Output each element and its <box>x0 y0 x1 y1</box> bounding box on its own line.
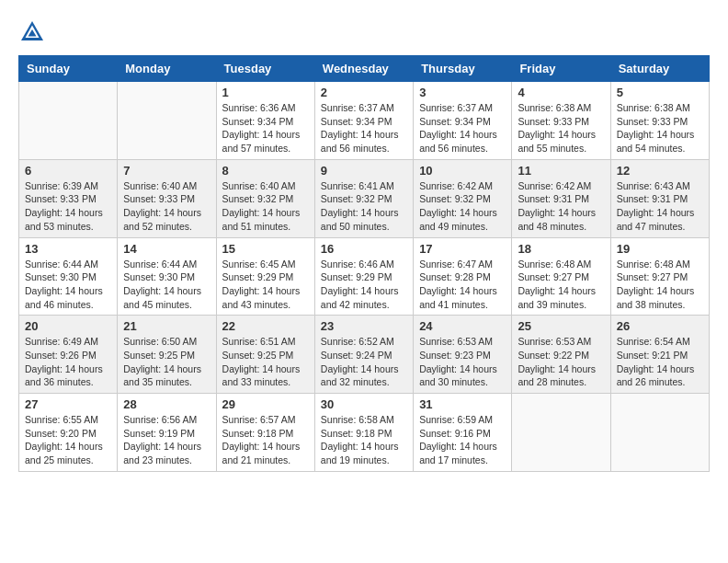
day-number: 27 <box>25 397 111 411</box>
calendar-header-row: SundayMondayTuesdayWednesdayThursdayFrid… <box>19 56 710 82</box>
day-info: Sunrise: 6:51 AM Sunset: 9:25 PM Dayligh… <box>222 335 309 389</box>
calendar-cell: 1Sunrise: 6:36 AM Sunset: 9:34 PM Daylig… <box>216 82 314 160</box>
calendar-week-4: 20Sunrise: 6:49 AM Sunset: 9:26 PM Dayli… <box>19 316 710 394</box>
day-number: 28 <box>123 397 210 411</box>
calendar-cell <box>118 82 216 160</box>
day-info: Sunrise: 6:39 AM Sunset: 9:33 PM Dayligh… <box>25 179 111 234</box>
day-number: 30 <box>321 397 407 411</box>
day-info: Sunrise: 6:48 AM Sunset: 9:27 PM Dayligh… <box>518 258 604 312</box>
calendar-cell: 30Sunrise: 6:58 AM Sunset: 9:18 PM Dayli… <box>314 394 413 472</box>
calendar-cell <box>610 394 709 472</box>
calendar-cell: 19Sunrise: 6:48 AM Sunset: 9:27 PM Dayli… <box>610 237 709 316</box>
day-info: Sunrise: 6:44 AM Sunset: 9:30 PM Dayligh… <box>25 258 111 312</box>
day-number: 19 <box>617 242 703 256</box>
day-info: Sunrise: 6:52 AM Sunset: 9:24 PM Dayligh… <box>321 335 407 389</box>
day-info: Sunrise: 6:42 AM Sunset: 9:32 PM Dayligh… <box>419 179 506 234</box>
day-info: Sunrise: 6:50 AM Sunset: 9:25 PM Dayligh… <box>123 335 210 389</box>
calendar-cell: 8Sunrise: 6:40 AM Sunset: 9:32 PM Daylig… <box>216 159 314 237</box>
day-number: 17 <box>419 242 506 256</box>
day-info: Sunrise: 6:47 AM Sunset: 9:28 PM Dayligh… <box>419 258 506 312</box>
day-info: Sunrise: 6:58 AM Sunset: 9:18 PM Dayligh… <box>321 413 407 467</box>
day-info: Sunrise: 6:43 AM Sunset: 9:31 PM Dayligh… <box>617 179 703 234</box>
header <box>18 18 710 46</box>
day-number: 21 <box>123 319 210 333</box>
day-info: Sunrise: 6:36 AM Sunset: 9:34 PM Dayligh… <box>222 101 309 155</box>
day-number: 16 <box>321 242 407 256</box>
calendar-cell: 15Sunrise: 6:45 AM Sunset: 9:29 PM Dayli… <box>216 237 314 316</box>
day-info: Sunrise: 6:53 AM Sunset: 9:22 PM Dayligh… <box>518 335 604 389</box>
calendar-cell: 21Sunrise: 6:50 AM Sunset: 9:25 PM Dayli… <box>118 316 216 394</box>
calendar-cell: 29Sunrise: 6:57 AM Sunset: 9:18 PM Dayli… <box>216 394 314 472</box>
calendar-week-1: 1Sunrise: 6:36 AM Sunset: 9:34 PM Daylig… <box>19 82 710 160</box>
day-number: 9 <box>321 164 407 178</box>
calendar-cell: 10Sunrise: 6:42 AM Sunset: 9:32 PM Dayli… <box>414 159 512 237</box>
calendar-cell: 27Sunrise: 6:55 AM Sunset: 9:20 PM Dayli… <box>19 394 118 472</box>
calendar-cell: 5Sunrise: 6:38 AM Sunset: 9:33 PM Daylig… <box>610 82 709 160</box>
calendar-cell: 18Sunrise: 6:48 AM Sunset: 9:27 PM Dayli… <box>512 237 610 316</box>
calendar-cell: 3Sunrise: 6:37 AM Sunset: 9:34 PM Daylig… <box>414 82 512 160</box>
day-info: Sunrise: 6:44 AM Sunset: 9:30 PM Dayligh… <box>123 258 210 312</box>
day-number: 5 <box>617 86 703 99</box>
day-number: 18 <box>518 242 604 256</box>
calendar-cell <box>512 394 610 472</box>
day-number: 29 <box>222 397 309 411</box>
day-info: Sunrise: 6:49 AM Sunset: 9:26 PM Dayligh… <box>25 335 111 389</box>
calendar-cell: 20Sunrise: 6:49 AM Sunset: 9:26 PM Dayli… <box>19 316 118 394</box>
calendar-cell: 4Sunrise: 6:38 AM Sunset: 9:33 PM Daylig… <box>512 82 610 160</box>
day-info: Sunrise: 6:48 AM Sunset: 9:27 PM Dayligh… <box>617 258 703 312</box>
day-info: Sunrise: 6:37 AM Sunset: 9:34 PM Dayligh… <box>419 101 506 155</box>
day-number: 13 <box>25 242 111 256</box>
day-number: 12 <box>617 164 703 178</box>
logo <box>18 18 50 46</box>
calendar-cell: 25Sunrise: 6:53 AM Sunset: 9:22 PM Dayli… <box>512 316 610 394</box>
day-number: 11 <box>518 164 604 178</box>
calendar-cell: 11Sunrise: 6:42 AM Sunset: 9:31 PM Dayli… <box>512 159 610 237</box>
day-info: Sunrise: 6:54 AM Sunset: 9:21 PM Dayligh… <box>617 335 703 389</box>
column-header-thursday: Thursday <box>414 56 512 82</box>
calendar-cell: 31Sunrise: 6:59 AM Sunset: 9:16 PM Dayli… <box>414 394 512 472</box>
column-header-monday: Monday <box>118 56 216 82</box>
calendar-week-5: 27Sunrise: 6:55 AM Sunset: 9:20 PM Dayli… <box>19 394 710 472</box>
logo-icon <box>18 18 46 46</box>
calendar-cell: 6Sunrise: 6:39 AM Sunset: 9:33 PM Daylig… <box>19 159 118 237</box>
column-header-friday: Friday <box>512 56 610 82</box>
day-info: Sunrise: 6:41 AM Sunset: 9:32 PM Dayligh… <box>321 179 407 234</box>
day-number: 20 <box>25 319 111 333</box>
day-number: 8 <box>222 164 309 178</box>
day-number: 2 <box>321 86 407 99</box>
calendar-cell: 2Sunrise: 6:37 AM Sunset: 9:34 PM Daylig… <box>314 82 413 160</box>
day-info: Sunrise: 6:40 AM Sunset: 9:33 PM Dayligh… <box>123 179 210 234</box>
day-info: Sunrise: 6:57 AM Sunset: 9:18 PM Dayligh… <box>222 413 309 467</box>
day-number: 10 <box>419 164 506 178</box>
day-number: 14 <box>123 242 210 256</box>
calendar-cell: 26Sunrise: 6:54 AM Sunset: 9:21 PM Dayli… <box>610 316 709 394</box>
day-number: 22 <box>222 319 309 333</box>
day-number: 6 <box>25 164 111 178</box>
day-number: 24 <box>419 319 506 333</box>
calendar-cell: 14Sunrise: 6:44 AM Sunset: 9:30 PM Dayli… <box>118 237 216 316</box>
day-number: 7 <box>123 164 210 178</box>
day-number: 26 <box>617 319 703 333</box>
calendar-cell: 24Sunrise: 6:53 AM Sunset: 9:23 PM Dayli… <box>414 316 512 394</box>
day-info: Sunrise: 6:59 AM Sunset: 9:16 PM Dayligh… <box>419 413 506 467</box>
day-info: Sunrise: 6:38 AM Sunset: 9:33 PM Dayligh… <box>617 101 703 155</box>
day-info: Sunrise: 6:46 AM Sunset: 9:29 PM Dayligh… <box>321 258 407 312</box>
day-info: Sunrise: 6:37 AM Sunset: 9:34 PM Dayligh… <box>321 101 407 155</box>
calendar-cell: 23Sunrise: 6:52 AM Sunset: 9:24 PM Dayli… <box>314 316 413 394</box>
calendar-cell: 13Sunrise: 6:44 AM Sunset: 9:30 PM Dayli… <box>19 237 118 316</box>
day-info: Sunrise: 6:40 AM Sunset: 9:32 PM Dayligh… <box>222 179 309 234</box>
day-number: 31 <box>419 397 506 411</box>
day-number: 4 <box>518 86 604 99</box>
column-header-saturday: Saturday <box>610 56 709 82</box>
calendar-week-2: 6Sunrise: 6:39 AM Sunset: 9:33 PM Daylig… <box>19 159 710 237</box>
day-number: 1 <box>222 86 309 99</box>
calendar-cell: 12Sunrise: 6:43 AM Sunset: 9:31 PM Dayli… <box>610 159 709 237</box>
calendar-cell: 7Sunrise: 6:40 AM Sunset: 9:33 PM Daylig… <box>118 159 216 237</box>
day-info: Sunrise: 6:45 AM Sunset: 9:29 PM Dayligh… <box>222 258 309 312</box>
day-info: Sunrise: 6:55 AM Sunset: 9:20 PM Dayligh… <box>25 413 111 467</box>
calendar-cell: 22Sunrise: 6:51 AM Sunset: 9:25 PM Dayli… <box>216 316 314 394</box>
day-info: Sunrise: 6:53 AM Sunset: 9:23 PM Dayligh… <box>419 335 506 389</box>
calendar-week-3: 13Sunrise: 6:44 AM Sunset: 9:30 PM Dayli… <box>19 237 710 316</box>
day-info: Sunrise: 6:56 AM Sunset: 9:19 PM Dayligh… <box>123 413 210 467</box>
column-header-sunday: Sunday <box>19 56 118 82</box>
